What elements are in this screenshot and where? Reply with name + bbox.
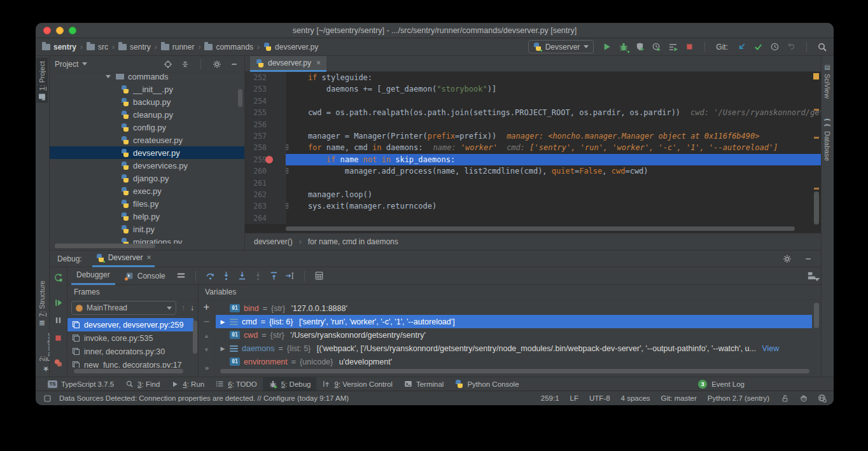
layout-settings-icon[interactable] (176, 270, 186, 281)
tree-item-createuser.py[interactable]: createuser.py (50, 134, 244, 146)
gutter-line-262[interactable]: 262 (245, 189, 286, 200)
code-line-258[interactable]: 258 for name, cmd in daemons:name: 'work… (245, 142, 821, 153)
stop-button[interactable] (684, 41, 695, 52)
coverage-button[interactable] (634, 41, 645, 52)
view-breakpoints-button[interactable] (53, 357, 64, 368)
pause-button[interactable] (53, 315, 64, 326)
tree-item-django.py[interactable]: django.py (50, 172, 244, 184)
step-into-button[interactable] (221, 270, 232, 281)
editor-vertical-scrollbar[interactable] (814, 191, 819, 225)
run-to-cursor-button[interactable] (284, 270, 295, 281)
tree-item-init.py[interactable]: init.py (50, 223, 244, 235)
breadcrumb-item-sentry[interactable]: sentry (42, 43, 76, 52)
code-line-252[interactable]: 252 if styleguide: (245, 72, 821, 83)
code-line-264[interactable]: 264 (245, 212, 821, 224)
gutter-line-263[interactable]: 263 (245, 200, 286, 212)
close-window-button[interactable] (43, 27, 51, 34)
gutter-line-254[interactable]: 254 (245, 95, 286, 107)
status-widget[interactable]: Python 2.7 (sentry) (708, 394, 769, 402)
status-message[interactable]: Data Sources Detected: Connection proper… (59, 394, 349, 402)
tree-item-help.py[interactable]: help.py (50, 210, 244, 223)
code-area[interactable]: 252 if styleguide: 253 daemons += [_get_… (245, 72, 821, 224)
fold-marker-icon[interactable] (286, 168, 288, 174)
move-down-button[interactable]: ▼ (204, 347, 209, 353)
project-horizontal-scrollbar[interactable] (55, 244, 155, 248)
variables-vertical-scrollbar[interactable] (814, 303, 819, 328)
evaluate-expression-button[interactable] (314, 270, 325, 281)
tab-console[interactable]: Console (120, 267, 171, 285)
tree-item-backup.py[interactable]: backup.py (50, 95, 244, 108)
frame-item[interactable]: new_func, decorators.py:17 (67, 358, 193, 368)
breadcrumb-item-devserver[interactable]: devserver.py (263, 43, 318, 52)
fold-marker-icon[interactable] (286, 144, 288, 150)
hide-panel-button[interactable] (228, 59, 239, 69)
variable-row-daemons[interactable]: ▶ daemons = {list: 5} [('webpack', ['/Us… (216, 342, 812, 355)
collapse-all-button[interactable] (179, 59, 190, 69)
title-bar[interactable]: sentry [~/getsentry/sentry] - .../src/se… (36, 23, 834, 38)
sidebar-item-database[interactable]: ❴❴ Database (822, 114, 833, 163)
debug-session-tab[interactable]: Devserver × (92, 251, 155, 267)
gutter-line-252[interactable]: 252 (245, 72, 286, 83)
tree-item-devservices.py[interactable]: devservices.py (50, 159, 244, 172)
toolwindow-button--version-control[interactable]: 9: Version Control (316, 377, 398, 391)
breadcrumb-item-src[interactable]: src (87, 43, 108, 52)
variables-horizontal-scrollbar[interactable] (220, 369, 809, 373)
chevron-down-icon[interactable] (82, 62, 87, 66)
status-widget[interactable]: 259:1 (541, 394, 559, 402)
move-up-button[interactable]: ▲ (204, 333, 209, 339)
step-over-button[interactable] (205, 270, 216, 281)
gutter-line-255[interactable]: 255 (245, 107, 286, 118)
thread-select[interactable]: MainThread (71, 301, 176, 315)
toolwindow-button-python-console[interactable]: Python Console (449, 377, 524, 391)
breadcrumb-item-sentry2[interactable]: sentry (118, 43, 151, 52)
code-line-262[interactable]: 262 manager.loop() (245, 189, 821, 200)
run-with-options-button[interactable] (668, 41, 678, 52)
variable-row-environment[interactable]: 01 environment = {unicode} u'development… (216, 355, 812, 368)
sidebar-item-sciview[interactable]: ▤ SciView (822, 61, 833, 101)
step-out-button[interactable] (269, 270, 279, 281)
run-configuration-select[interactable]: Devserver (528, 40, 594, 53)
more-actions-button[interactable]: » (205, 364, 208, 371)
expand-icon[interactable]: ▶ (220, 319, 226, 325)
tree-item-migrations.py[interactable]: migrations.py (50, 235, 244, 244)
previous-frame-button[interactable]: ↑ (181, 303, 185, 312)
sidebar-item-structure[interactable]: ▦ 7: Structure (36, 277, 48, 330)
breadcrumb-function[interactable]: devserver() (254, 237, 293, 246)
inspections-hector-icon[interactable] (798, 393, 809, 404)
expand-icon[interactable]: ▶ (220, 345, 226, 352)
close-icon[interactable]: × (316, 59, 321, 67)
stop-button[interactable] (53, 333, 64, 343)
tree-item-devserver.py[interactable]: devserver.py (50, 146, 244, 159)
debug-button[interactable] (618, 41, 629, 52)
breakpoint-icon[interactable] (265, 156, 273, 163)
status-widget[interactable]: UTF-8 (589, 394, 610, 402)
gutter-line-264[interactable]: 264 (245, 212, 286, 224)
code-style-settings-icon[interactable] (816, 393, 827, 404)
locate-file-button[interactable] (162, 59, 173, 69)
resume-button[interactable] (53, 297, 64, 308)
fold-marker-icon[interactable] (286, 203, 288, 209)
code-line-254[interactable]: 254 (245, 95, 821, 107)
frame-item[interactable]: inner, decorators.py:30 (67, 345, 193, 358)
git-update-button[interactable] (736, 41, 747, 52)
frame-item[interactable]: invoke, core.py:535 (67, 331, 193, 345)
remove-watch-button[interactable]: − (204, 319, 209, 325)
tree-item-__init__.py[interactable]: __init__.py (50, 83, 244, 95)
toolwindow-button-typescript-[interactable]: TSTypeScript 3.7.5 (42, 377, 120, 391)
frames-horizontal-scrollbar[interactable] (74, 369, 183, 373)
tree-item-config.py[interactable]: config.py (50, 121, 244, 134)
editor-horizontal-scrollbar[interactable] (286, 226, 808, 232)
gutter-line-260[interactable]: 260 (245, 165, 286, 177)
force-step-into-button[interactable] (237, 270, 248, 281)
editor-error-stripe[interactable] (812, 72, 821, 224)
rerun-button[interactable] (53, 272, 64, 283)
code-line-255[interactable]: 255 cwd = os.path.realpath(os.path.join(… (245, 107, 821, 118)
variable-row-bind[interactable]: 01 bind = {str} '127.0.0.1:8888' (216, 302, 812, 315)
event-log-button[interactable]: 3 Event Log (698, 380, 745, 389)
editor-tab-devserver[interactable]: devserver.py × (250, 56, 326, 72)
code-line-261[interactable]: 261 (245, 177, 821, 189)
lock-icon[interactable] (780, 393, 790, 404)
gutter-line-259[interactable]: 259 (245, 154, 286, 165)
status-widget[interactable]: Git: master (661, 394, 697, 402)
next-frame-button[interactable]: ↓ (190, 303, 194, 312)
